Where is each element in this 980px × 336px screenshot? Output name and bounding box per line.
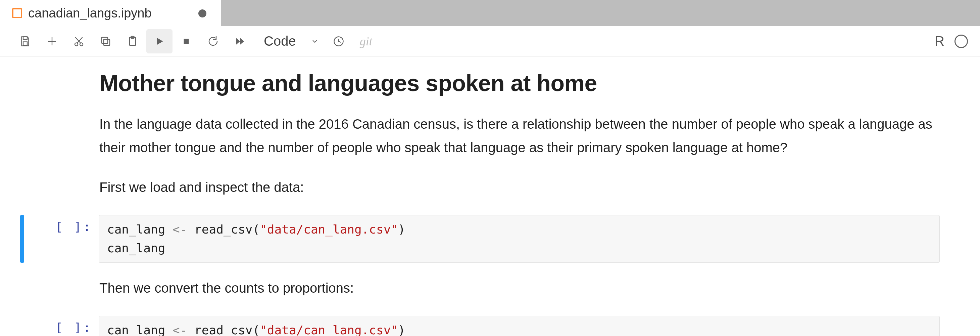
svg-rect-1 — [23, 42, 27, 45]
paste-button[interactable] — [119, 29, 146, 53]
save-button[interactable] — [12, 29, 38, 53]
notebook-toolbar: Code git R — [0, 26, 980, 56]
markdown-cell[interactable]: Mother tongue and languages spoken at ho… — [99, 70, 940, 199]
run-button[interactable] — [146, 29, 172, 53]
file-tab[interactable]: canadian_langs.ipynb — [0, 0, 221, 26]
svg-marker-14 — [236, 38, 240, 45]
notebook-body: Mother tongue and languages spoken at ho… — [0, 56, 980, 336]
intro-paragraph: In the language data collected in the 20… — [99, 112, 940, 159]
code-cell[interactable]: [ ]: can_lang <- read_csv("data/can_lang… — [20, 215, 980, 263]
interrupt-button[interactable] — [173, 29, 199, 53]
svg-rect-0 — [23, 37, 27, 39]
cell-type-select[interactable]: Code — [254, 34, 325, 49]
unsaved-changes-icon — [198, 10, 207, 18]
svg-rect-13 — [184, 38, 189, 44]
page-title: Mother tongue and languages spoken at ho… — [99, 70, 940, 96]
code-cell[interactable]: [ ]: can_lang <- read_csv("data/can_lang… — [20, 316, 980, 336]
command-history-button[interactable] — [326, 29, 352, 53]
svg-point-5 — [80, 43, 83, 46]
notebook-icon — [12, 8, 22, 18]
copy-button[interactable] — [92, 29, 119, 53]
code-input[interactable]: can_lang <- read_csv("data/can_lang.csv"… — [99, 316, 940, 336]
cell-prompt: [ ]: — [48, 316, 99, 336]
cell-prompt: [ ]: — [48, 215, 99, 263]
code-input[interactable]: can_lang <- read_csv("data/can_lang.csv"… — [99, 215, 940, 263]
cut-button[interactable] — [66, 29, 92, 53]
step2-paragraph: Then we convert the counts to proportion… — [99, 276, 940, 300]
svg-marker-12 — [157, 38, 163, 45]
svg-rect-9 — [102, 37, 108, 43]
restart-kernel-button[interactable] — [200, 29, 226, 53]
git-label[interactable]: git — [360, 34, 372, 48]
restart-run-all-button[interactable] — [227, 29, 253, 53]
svg-rect-8 — [104, 39, 110, 45]
insert-cell-button[interactable] — [39, 29, 65, 53]
markdown-cell[interactable]: Then we convert the counts to proportion… — [99, 276, 940, 300]
cell-type-selected-label: Code — [264, 34, 296, 49]
tab-filename: canadian_langs.ipynb — [28, 6, 152, 21]
tab-bar: canadian_langs.ipynb — [0, 0, 980, 26]
kernel-status-idle-icon[interactable] — [955, 35, 968, 48]
step1-paragraph: First we load and inspect the data: — [99, 175, 940, 199]
svg-marker-15 — [240, 38, 244, 45]
chevron-down-icon — [311, 37, 319, 45]
svg-point-4 — [75, 43, 78, 46]
cell-selection-indicator — [20, 215, 24, 263]
kernel-name[interactable]: R — [935, 34, 944, 49]
